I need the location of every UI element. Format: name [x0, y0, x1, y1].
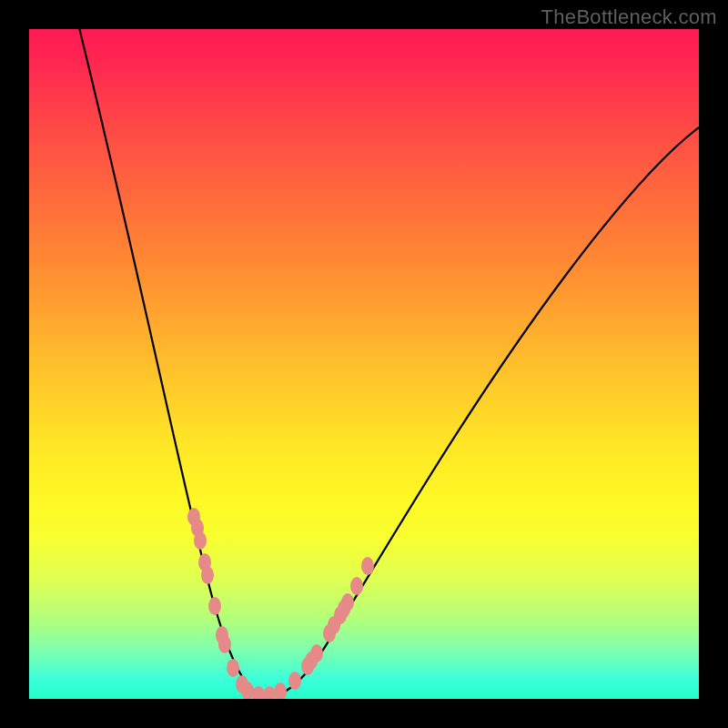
- curve-layer: [29, 29, 699, 699]
- data-marker: [201, 566, 214, 584]
- data-marker: [227, 659, 239, 677]
- data-marker: [328, 616, 340, 634]
- data-marker: [252, 686, 265, 699]
- data-marker: [350, 577, 363, 595]
- chart-plot-area: [29, 29, 699, 699]
- bottleneck-curve: [73, 29, 699, 696]
- data-marker: [305, 652, 318, 670]
- data-marker: [218, 635, 231, 653]
- data-marker: [194, 531, 207, 550]
- watermark-text: TheBottleneck.com: [541, 5, 717, 29]
- data-marker: [338, 600, 350, 618]
- data-marker: [208, 597, 221, 615]
- data-marker: [274, 682, 287, 699]
- marker-group: [187, 508, 374, 699]
- data-marker: [361, 557, 374, 575]
- data-marker: [288, 672, 301, 690]
- data-marker: [263, 686, 276, 699]
